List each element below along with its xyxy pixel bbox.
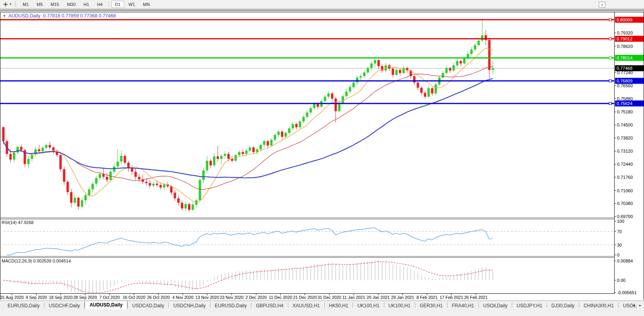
candle-body	[399, 70, 401, 73]
chart-tab[interactable]: USDCAD,Daily	[128, 302, 169, 309]
timeframe-button-w1[interactable]: W1	[125, 1, 139, 8]
price-axis-label: 0.79320	[617, 31, 633, 35]
date-label: 31 Dec 2020	[318, 295, 341, 300]
timeframe-button-m1[interactable]: M1	[19, 1, 32, 8]
macd-axis-label: 0.00884	[617, 259, 633, 263]
candle-body	[35, 149, 37, 155]
candle-body	[177, 198, 180, 203]
timeframe-button-h1[interactable]: H1	[80, 1, 93, 8]
chart-tab[interactable]: USOil,Daily	[479, 302, 512, 309]
chart-tab[interactable]: UK100,H1	[353, 302, 384, 309]
line-handle[interactable]	[609, 57, 611, 59]
timeframe-button-m15[interactable]: M15	[47, 1, 63, 8]
timeframe-button-m5[interactable]: M5	[33, 1, 46, 8]
candle-body	[263, 141, 266, 145]
candle-body	[27, 159, 30, 164]
candle-body	[278, 132, 280, 135]
candle-body	[435, 84, 437, 94]
date-label: 11 Dec 2020	[269, 295, 292, 300]
candle-body	[63, 169, 66, 182]
chart-tab[interactable]: HK50,H1	[325, 302, 353, 309]
candle-body	[117, 161, 119, 167]
candle-body	[413, 76, 416, 82]
candle-body	[13, 153, 15, 160]
line-handle[interactable]	[609, 80, 611, 82]
candle-body	[238, 152, 241, 155]
candle-body	[81, 200, 83, 207]
candle-body	[281, 132, 283, 137]
candle-body	[370, 63, 373, 68]
timeframe-button-mn[interactable]: MN	[139, 1, 153, 8]
timeframe-button-h4[interactable]: H4	[93, 1, 106, 8]
line-handle[interactable]	[609, 38, 611, 40]
timeframe-button-m30[interactable]: M30	[64, 1, 79, 8]
price-axis-label: 0.71760	[617, 175, 633, 180]
chart-tab[interactable]: USDCHF,Daily	[44, 302, 85, 309]
candle-body	[45, 145, 48, 148]
price-axis-label: 0.78620	[617, 44, 633, 49]
rsi-axis-label: 30	[617, 243, 622, 247]
chart-tabs-bar: EURUSD,DailyUSDCHF,DailyAUDUSD,DailyUSDC…	[0, 301, 644, 309]
price-chart-canvas[interactable]: 0.793200.786200.779400.772400.765600.758…	[0, 11, 644, 301]
line-handle[interactable]	[609, 19, 611, 21]
chart-tab[interactable]: DJ30,Daily	[547, 302, 579, 309]
candle-body	[202, 170, 205, 180]
candle-body	[442, 73, 444, 78]
candle-body	[220, 156, 223, 159]
tabs-scroll-left-button[interactable]: ◄	[631, 303, 636, 308]
chart-tab[interactable]: XAUUSD,H1	[288, 302, 324, 309]
candle-body	[349, 87, 351, 92]
candle-body	[120, 156, 123, 161]
chart-window[interactable]: 0.793200.786200.779400.772400.765600.758…	[0, 11, 644, 301]
chart-tab[interactable]: AUDUSD,Daily	[85, 301, 127, 309]
candle-body	[449, 68, 451, 71]
candle-body	[324, 97, 326, 101]
candle-body	[163, 184, 166, 188]
candle-body	[185, 204, 187, 209]
date-label: 26 Feb 2021	[464, 295, 488, 300]
candle-body	[99, 174, 101, 178]
candle-body	[335, 99, 337, 111]
tabs-scroll-right-button[interactable]: ►	[638, 303, 643, 308]
chart-tab[interactable]: GBPUSD,H4	[251, 302, 287, 309]
chart-tab[interactable]: UK100,H1	[384, 302, 415, 309]
price-badge-label: 0.79012	[617, 36, 632, 41]
price-axis-label: 0.75180	[617, 109, 633, 114]
line-handle[interactable]	[609, 102, 611, 105]
candle-body	[470, 50, 473, 54]
chart-tab[interactable]: EURUSD,Daily	[3, 302, 44, 309]
candle-body	[453, 65, 455, 71]
candle-body	[102, 174, 105, 177]
chart-window-button[interactable]: ▴	[599, 2, 605, 8]
price-axis-label: 0.72440	[617, 162, 633, 167]
candle-body	[374, 60, 376, 63]
chart-tab[interactable]: FRA40,H1	[447, 302, 478, 309]
candle-body	[292, 124, 294, 128]
timeframe-button-d1[interactable]: D1	[111, 1, 124, 8]
crosshair-tool-button[interactable]: ▼	[2, 1, 13, 8]
candle-body	[395, 70, 398, 75]
candle-body	[342, 96, 344, 103]
candle-body	[345, 92, 348, 96]
candle-body	[206, 161, 208, 170]
macd-axis-label: -0.005651	[617, 290, 637, 295]
date-label: 4 Nov 2020	[172, 295, 194, 300]
chart-tab[interactable]: USDJPY,H1	[512, 302, 546, 309]
chart-tab[interactable]: GER30,H1	[415, 302, 447, 309]
chart-tab[interactable]: CHINA300,H1	[579, 302, 618, 309]
candle-body	[274, 135, 276, 140]
price-axis-label: 0.75880	[617, 96, 633, 101]
candle-body	[270, 140, 273, 146]
chart-tab[interactable]: USDCNH,Daily	[169, 302, 210, 309]
chart-tab[interactable]: EURUSD,Daily	[210, 302, 251, 309]
candle-body	[445, 68, 448, 73]
date-label: 21 Dec 2020	[293, 295, 317, 300]
candle-body	[492, 68, 494, 70]
candle-body	[420, 88, 423, 93]
candle-body	[60, 155, 62, 169]
candle-body	[431, 88, 434, 94]
chart-plot-background[interactable]	[0, 12, 644, 300]
candle-body	[428, 88, 430, 97]
timeframe-toolbar: ▼ M1M5M15M30H1H4D1W1MN ▴	[0, 0, 644, 9]
date-label: 18 Sep 2020	[49, 295, 73, 300]
